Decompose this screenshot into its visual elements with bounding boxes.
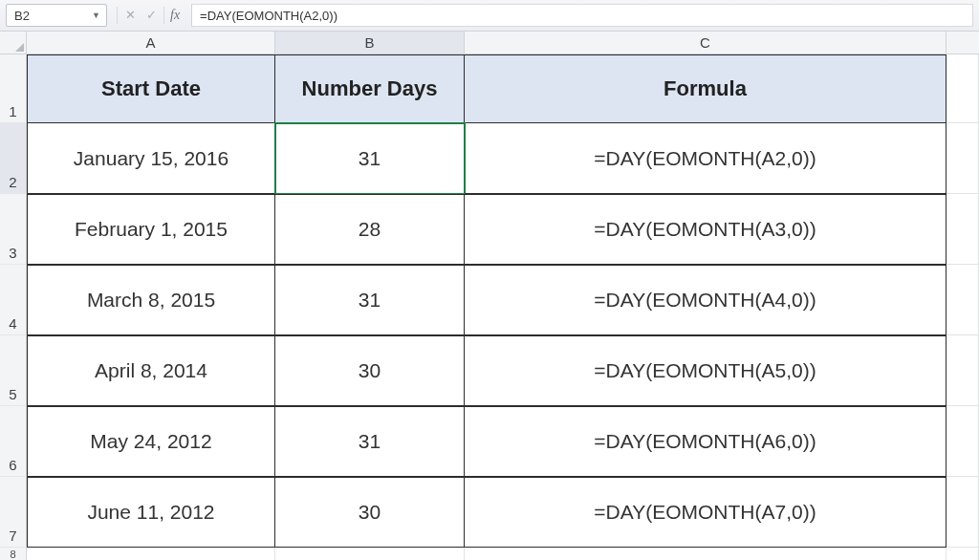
cell-A6[interactable]: May 24, 2012 bbox=[27, 406, 275, 477]
cell-A5[interactable]: April 8, 2014 bbox=[27, 335, 275, 406]
formula-input[interactable]: =DAY(EOMONTH(A2,0)) bbox=[191, 4, 973, 27]
cell-C8[interactable] bbox=[465, 548, 946, 560]
cell-C4[interactable]: =DAY(EOMONTH(A4,0)) bbox=[465, 265, 946, 335]
cell-extra-1[interactable] bbox=[946, 54, 979, 123]
column-header-A[interactable]: A bbox=[27, 32, 275, 54]
row-header-8[interactable]: 8 bbox=[0, 548, 27, 560]
name-box[interactable]: B2 ▼ bbox=[6, 4, 107, 27]
worksheet-grid[interactable]: A B C 1 Start Date Number Days Formula 2… bbox=[0, 32, 979, 560]
cell-B3[interactable]: 28 bbox=[275, 194, 465, 265]
cell-C1[interactable]: Formula bbox=[465, 54, 946, 123]
cell-C2[interactable]: =DAY(EOMONTH(A2,0)) bbox=[465, 123, 946, 194]
cell-B1[interactable]: Number Days bbox=[275, 54, 465, 123]
cell-B5[interactable]: 30 bbox=[275, 335, 465, 406]
formula-text: =DAY(EOMONTH(A2,0)) bbox=[200, 9, 337, 23]
row-header-5[interactable]: 5 bbox=[0, 335, 27, 406]
cell-extra-8[interactable] bbox=[946, 548, 979, 560]
cell-C7[interactable]: =DAY(EOMONTH(A7,0)) bbox=[465, 477, 946, 548]
cell-extra-6[interactable] bbox=[946, 406, 979, 477]
formula-bar-buttons: ✕ ✓ fx bbox=[113, 7, 185, 24]
separator bbox=[117, 7, 118, 24]
row-header-4[interactable]: 4 bbox=[0, 265, 27, 335]
enter-icon[interactable]: ✓ bbox=[142, 8, 160, 23]
cell-B4[interactable]: 31 bbox=[275, 265, 465, 335]
column-header-extra[interactable] bbox=[946, 32, 979, 54]
cell-extra-2[interactable] bbox=[946, 123, 979, 194]
formula-bar: B2 ▼ ✕ ✓ fx =DAY(EOMONTH(A2,0)) bbox=[0, 0, 979, 32]
chevron-down-icon[interactable]: ▼ bbox=[92, 11, 100, 20]
cell-C3[interactable]: =DAY(EOMONTH(A3,0)) bbox=[465, 194, 946, 265]
cell-A2[interactable]: January 15, 2016 bbox=[27, 123, 275, 194]
cell-C5[interactable]: =DAY(EOMONTH(A5,0)) bbox=[465, 335, 946, 406]
cell-extra-4[interactable] bbox=[946, 265, 979, 335]
cell-B6[interactable]: 31 bbox=[275, 406, 465, 477]
cell-A4[interactable]: March 8, 2015 bbox=[27, 265, 275, 335]
cell-A3[interactable]: February 1, 2015 bbox=[27, 194, 275, 265]
row-header-7[interactable]: 7 bbox=[0, 477, 27, 548]
name-box-value: B2 bbox=[14, 9, 30, 23]
cell-B7[interactable]: 30 bbox=[275, 477, 465, 548]
column-header-C[interactable]: C bbox=[465, 32, 946, 54]
cell-C6[interactable]: =DAY(EOMONTH(A6,0)) bbox=[465, 406, 946, 477]
row-header-2[interactable]: 2 bbox=[0, 123, 27, 194]
cell-B8[interactable] bbox=[275, 548, 465, 560]
row-header-6[interactable]: 6 bbox=[0, 406, 27, 477]
cell-A8[interactable] bbox=[27, 548, 275, 560]
cell-B2[interactable]: 31 bbox=[275, 123, 465, 194]
insert-function-icon[interactable]: fx bbox=[168, 8, 182, 23]
select-all-corner[interactable] bbox=[0, 32, 27, 54]
cancel-icon[interactable]: ✕ bbox=[121, 8, 139, 23]
column-header-B[interactable]: B bbox=[275, 32, 465, 54]
row-header-3[interactable]: 3 bbox=[0, 194, 27, 265]
separator bbox=[163, 7, 164, 24]
cell-extra-5[interactable] bbox=[946, 335, 979, 406]
cell-A7[interactable]: June 11, 2012 bbox=[27, 477, 275, 548]
cell-extra-3[interactable] bbox=[946, 194, 979, 265]
row-header-1[interactable]: 1 bbox=[0, 54, 27, 123]
cell-extra-7[interactable] bbox=[946, 477, 979, 548]
cell-A1[interactable]: Start Date bbox=[27, 54, 275, 123]
